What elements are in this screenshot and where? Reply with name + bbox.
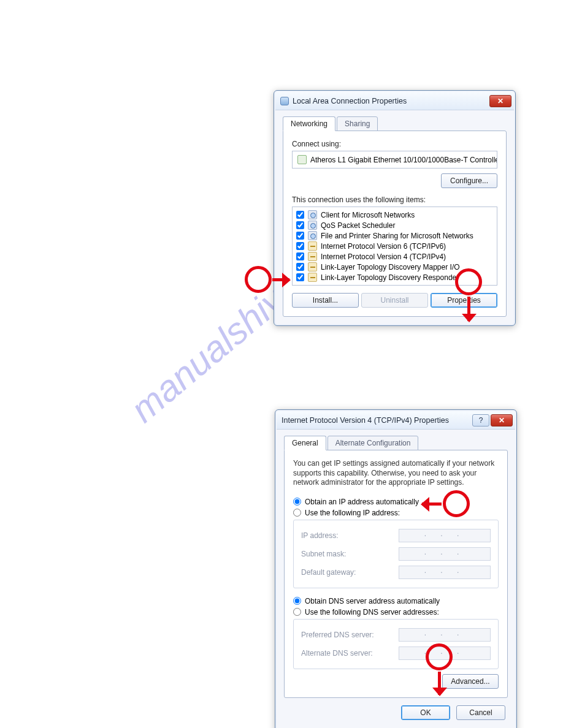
close-button[interactable]: ✕ [489,95,511,107]
checkbox[interactable] [296,232,304,240]
ip-fields-group: IP address: . . . Subnet mask: . . . Def… [293,520,499,588]
local-area-connection-dialog: Local Area Connection Properties ✕ Netwo… [274,90,516,326]
subnet-mask-label: Subnet mask: [301,550,346,558]
qos-icon [308,221,317,230]
ipv4-icon [308,252,317,261]
close-button[interactable]: ✕ [491,414,513,427]
item-label: Internet Protocol Version 6 (TCP/IPv6) [321,242,446,251]
checkbox[interactable] [296,252,304,260]
tab-alternate[interactable]: Alternate Configuration [327,436,419,450]
ipv6-icon [308,241,317,251]
lltd-mapper-icon [308,262,317,271]
gateway-input: . . . [399,566,491,579]
item-label: File and Printer Sharing for Microsoft N… [321,232,473,240]
items-label: This connection uses the following items… [292,195,497,204]
checkbox[interactable] [296,263,304,271]
tab-networking[interactable]: Networking [283,116,335,131]
radio-manual-ip-label: Use the following IP address: [305,509,400,517]
radio-manual-dns[interactable] [293,608,301,616]
radio-manual-dns-label: Use the following DNS server addresses: [305,608,439,616]
ok-button[interactable]: OK [401,705,450,720]
connect-using-label: Connect using: [292,140,497,148]
subnet-mask-input: . . . [399,547,491,561]
list-item[interactable]: Internet Protocol Version 6 (TCP/IPv6) [295,241,494,251]
radio-auto-ip-label: Obtain an IP address automatically [305,498,419,506]
uninstall-button: Uninstall [361,293,428,308]
tcpip-properties-dialog: Internet Protocol Version 4 (TCP/IPv4) P… [275,409,517,728]
ip-address-label: IP address: [301,531,338,540]
install-button[interactable]: Install... [292,293,359,308]
item-label: Link-Layer Topology Discovery Mapper I/O [321,263,460,271]
lltd-responder-icon [308,273,317,282]
dialog-title: Local Area Connection Properties [293,97,489,105]
advanced-button[interactable]: Advanced... [442,674,499,689]
adapter-name: Atheros L1 Gigabit Ethernet 10/100/1000B… [310,156,497,164]
checkbox[interactable] [296,242,304,250]
checkbox[interactable] [296,211,304,219]
item-label: Client for Microsoft Networks [321,211,415,219]
client-icon [308,210,317,219]
gateway-label: Default gateway: [301,568,356,577]
radio-auto-ip[interactable] [293,498,301,506]
list-item[interactable]: QoS Packet Scheduler [295,220,494,230]
dns1-input: . . . [399,628,491,642]
radio-auto-dns[interactable] [293,597,301,605]
dns2-input: . . . [399,646,491,660]
dns1-label: Preferred DNS server: [301,631,374,639]
protocol-list[interactable]: Client for Microsoft Networks QoS Packet… [292,207,497,286]
dialog-title: Internet Protocol Version 4 (TCP/IPv4) P… [282,416,472,425]
list-item[interactable]: Link-Layer Topology Discovery Responder [295,272,494,282]
cancel-button[interactable]: Cancel [456,705,505,720]
list-item[interactable]: Client for Microsoft Networks [295,210,494,220]
titlebar: Internet Protocol Version 4 (TCP/IPv4) P… [277,411,515,430]
item-label: Link-Layer Topology Discovery Responder [321,273,459,282]
list-item[interactable]: Link-Layer Topology Discovery Mapper I/O [295,262,494,272]
titlebar: Local Area Connection Properties ✕ [275,92,514,110]
dns-fields-group: Preferred DNS server: . . . Alternate DN… [293,619,499,669]
item-label: QoS Packet Scheduler [321,221,395,230]
checkbox[interactable] [296,273,304,281]
ip-address-input: . . . [399,529,491,542]
help-button[interactable]: ? [472,414,489,427]
list-item[interactable]: Internet Protocol Version 4 (TCP/IPv4) [295,251,494,262]
list-item[interactable]: File and Printer Sharing for Microsoft N… [295,230,494,241]
properties-button[interactable]: Properties [431,293,497,308]
description-text: You can get IP settings assigned automat… [293,459,499,488]
configure-button[interactable]: Configure... [441,173,497,188]
adapter-field[interactable]: Atheros L1 Gigabit Ethernet 10/100/1000B… [292,151,497,169]
radio-manual-ip[interactable] [293,509,301,517]
dns2-label: Alternate DNS server: [301,649,373,658]
adapter-icon [297,155,307,164]
radio-auto-dns-label: Obtain DNS server address automatically [305,597,440,605]
tab-general[interactable]: General [284,436,326,450]
checkbox[interactable] [296,221,304,229]
fps-icon [308,231,317,240]
tab-sharing[interactable]: Sharing [337,116,378,131]
dialog-icon [280,97,289,105]
item-label: Internet Protocol Version 4 (TCP/IPv4) [321,252,446,261]
